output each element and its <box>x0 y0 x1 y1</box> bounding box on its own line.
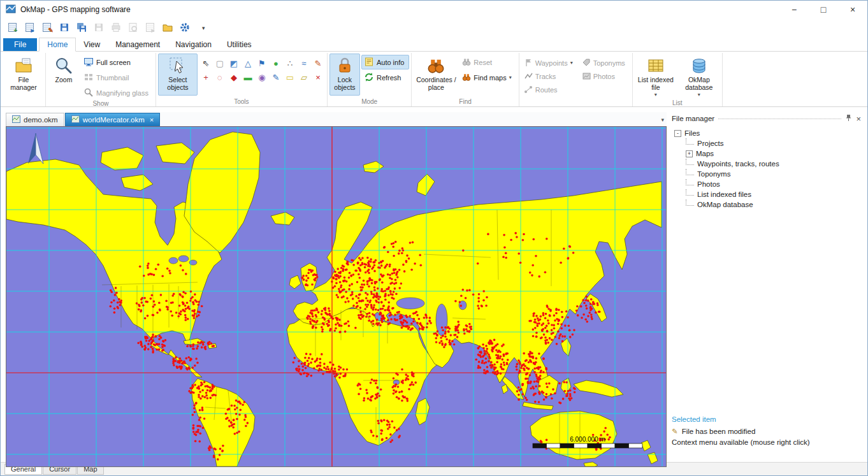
waypoint-red-button[interactable]: ◆ <box>227 70 241 84</box>
tree-item-projects[interactable]: Projects <box>669 138 864 148</box>
tree-item-toponyms[interactable]: Toponyms <box>669 169 864 179</box>
database-icon <box>690 55 709 76</box>
minimize-button[interactable]: − <box>779 1 809 18</box>
okmap-database-button[interactable]: OkMap database ▾ <box>678 54 720 99</box>
panel-footer: Selected item ✎File has been modified Co… <box>669 414 864 462</box>
document-tab-demo.okm[interactable]: demo.okm <box>6 113 64 126</box>
ribbon-tab-utilities[interactable]: Utilities <box>219 38 259 51</box>
coordinates-place-button[interactable]: Coordinates / place <box>414 54 458 96</box>
export-button[interactable]: ▸ <box>142 20 158 36</box>
ribbon-tab-file[interactable]: File <box>3 38 37 51</box>
thumbnail-button[interactable]: Thumbnail <box>81 70 154 85</box>
okmap-window: OkMap - GPS mapping software − □ × +▸✎▸ … <box>0 0 868 476</box>
tab-close-icon[interactable]: × <box>150 116 154 124</box>
lock-objects-button[interactable]: Lock objects <box>329 54 360 96</box>
vertex-triangle-button[interactable]: △ <box>241 56 255 70</box>
tree-expander-icon[interactable]: - <box>674 130 681 137</box>
palette-button[interactable]: ◉ <box>255 70 269 84</box>
document-tab-worldMercator.okm[interactable]: worldMercator.okm× <box>65 113 161 126</box>
tree-item-list-indexed-files[interactable]: List indexed files <box>669 189 864 199</box>
content-area: demo.okmworldMercator.okm× ▾ 6.000.000 m… <box>1 107 867 462</box>
marquee-button[interactable]: ▢ <box>213 56 227 70</box>
layer-waypoints-button[interactable]: Waypoints▾ <box>521 55 578 70</box>
routes-icon <box>524 85 533 95</box>
maximize-button[interactable]: □ <box>809 1 838 18</box>
layer-routes-button[interactable]: Routes <box>521 82 578 97</box>
add-vertex-button[interactable]: + <box>199 70 213 84</box>
area-icon: ▱ <box>301 73 307 82</box>
panel-close-icon[interactable]: × <box>856 115 861 123</box>
close-button[interactable]: × <box>838 1 867 18</box>
edit-map-button[interactable]: ✎ <box>39 20 55 36</box>
refresh-button[interactable]: Refresh <box>361 70 409 85</box>
find-maps-dropdown-icon: ▾ <box>509 75 512 80</box>
pencil-blue-button[interactable]: ✎ <box>269 70 283 84</box>
ribbon-group-file-manager: File manager <box>2 53 46 106</box>
draw-track-button[interactable]: ≈ <box>297 56 311 70</box>
ribbon-tab-home[interactable]: Home <box>39 38 76 52</box>
tree-item-waypoints-tracks-routes[interactable]: Waypoints, tracks, routes <box>669 159 864 169</box>
find-maps-icon <box>462 73 471 83</box>
tree-item-files[interactable]: -Files <box>669 128 864 138</box>
tab-list-dropdown-icon[interactable]: ▾ <box>661 117 664 123</box>
app-icon <box>6 4 16 16</box>
tree-item-maps[interactable]: +Maps <box>669 148 864 159</box>
route-pencil-button[interactable]: ✎ <box>311 56 325 70</box>
layer-toponyms-button[interactable]: Toponyms <box>579 55 630 70</box>
multipoint-button[interactable]: ∴ <box>283 56 297 70</box>
select-objects-button[interactable]: Select objects <box>158 54 198 96</box>
delete-tool-button[interactable]: × <box>311 70 325 84</box>
magnifying-glass-button[interactable]: Magnifying glass <box>81 85 154 100</box>
map-canvas[interactable]: 6.000.000 m <box>6 126 667 467</box>
eraser-button[interactable]: ◩ <box>227 56 241 70</box>
vertex-triangle-icon: △ <box>245 59 251 68</box>
okmap-database-dropdown-icon: ▾ <box>698 91 700 99</box>
lasso-button[interactable]: ◌ <box>213 70 227 84</box>
print-preview-button[interactable] <box>125 20 141 36</box>
refresh-icon <box>364 72 374 83</box>
tree-expander-icon[interactable]: + <box>686 150 693 157</box>
ribbon-tab-view[interactable]: View <box>76 38 108 51</box>
file-manager-button[interactable]: File manager <box>4 54 43 96</box>
save-as-button[interactable] <box>90 20 106 36</box>
auto-info-icon <box>364 57 374 68</box>
new-map-button[interactable]: + <box>4 20 20 36</box>
reset-button[interactable]: Reset <box>459 55 516 69</box>
multipoint-icon: ∴ <box>287 59 293 68</box>
auto-info-button[interactable]: Auto info <box>361 55 409 69</box>
waypoint-green-button[interactable]: ● <box>269 56 283 70</box>
tools-grid: ⇖▢◩△⚑●∴≈✎+◌◆▬◉✎▭▱× <box>199 54 325 84</box>
list-indexed-file-button[interactable]: List indexed file ▾ <box>635 54 677 99</box>
track-green-button[interactable]: ▬ <box>241 70 255 84</box>
zoom-button[interactable]: Zoom <box>48 54 80 96</box>
area-button[interactable]: ▱ <box>297 70 311 84</box>
file-manager-tree: -FilesProjects+MapsWaypoints, tracks, ro… <box>669 125 864 414</box>
pin-icon[interactable] <box>845 114 852 123</box>
layer-tracks-button[interactable]: Tracks <box>521 69 578 83</box>
list-indexed-file-dropdown-icon: ▾ <box>655 91 657 99</box>
open-folder-button[interactable] <box>159 20 175 36</box>
layer-photos-button[interactable]: Photos <box>579 69 630 83</box>
tree-item-photos[interactable]: Photos <box>669 179 864 189</box>
panel-drag-grip[interactable] <box>718 119 841 121</box>
tree-item-okmap-database[interactable]: OkMap database <box>669 199 864 210</box>
ribbon-tab-management[interactable]: Management <box>108 38 168 51</box>
pencil-icon: ✎ <box>672 428 678 435</box>
full-screen-button[interactable]: Full screen <box>81 55 154 69</box>
print-button[interactable] <box>108 20 124 36</box>
select-add-button[interactable]: ⇖ <box>199 56 213 70</box>
save-button[interactable] <box>56 20 72 36</box>
world-map: 6.000.000 m <box>6 127 666 466</box>
ribbon-group-find: Coordinates / place Reset Find maps ▾ Fi… <box>412 53 519 106</box>
toolbar-options-icon[interactable]: ▾ <box>199 25 208 31</box>
open-folder-icon <box>162 22 173 35</box>
settings-button[interactable] <box>177 20 192 36</box>
flag-tool-button[interactable]: ⚑ <box>255 56 269 70</box>
track-green-icon: ▬ <box>243 73 252 82</box>
find-maps-button[interactable]: Find maps ▾ <box>459 70 516 85</box>
open-map-button[interactable]: ▸ <box>22 20 38 36</box>
save-all-button[interactable] <box>73 20 89 36</box>
ribbon-tab-navigation[interactable]: Navigation <box>168 38 219 51</box>
tree-connector <box>686 189 694 196</box>
measure-button[interactable]: ▭ <box>283 70 297 84</box>
